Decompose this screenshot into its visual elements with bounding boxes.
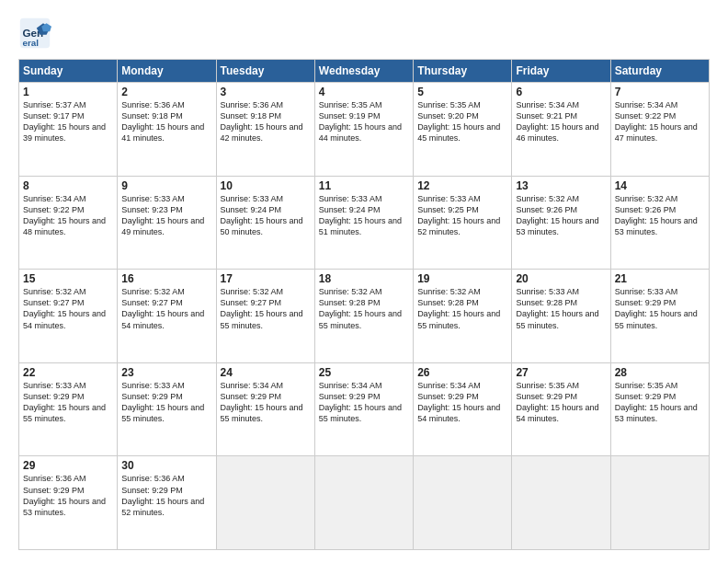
day-number: 27 (516, 366, 606, 379)
day-info: Sunrise: 5:33 AMSunset: 9:28 PMDaylight:… (516, 286, 606, 331)
calendar-day-cell (314, 456, 413, 550)
day-number: 30 (121, 459, 211, 472)
weekday-header: Thursday (414, 60, 512, 83)
day-info: Sunrise: 5:34 AMSunset: 9:21 PMDaylight:… (516, 99, 606, 144)
calendar-day-cell: 27Sunrise: 5:35 AMSunset: 9:29 PMDayligh… (512, 362, 610, 456)
day-info: Sunrise: 5:33 AMSunset: 9:24 PMDaylight:… (319, 193, 409, 238)
calendar-day-cell (610, 456, 709, 550)
calendar-day-cell: 18Sunrise: 5:32 AMSunset: 9:28 PMDayligh… (314, 270, 413, 363)
day-number: 22 (23, 366, 113, 379)
day-number: 12 (417, 179, 507, 192)
day-number: 1 (23, 86, 113, 98)
calendar-day-cell (216, 456, 314, 550)
day-info: Sunrise: 5:35 AMSunset: 9:19 PMDaylight:… (319, 99, 409, 144)
day-number: 13 (516, 179, 606, 192)
calendar-day-cell: 16Sunrise: 5:32 AMSunset: 9:27 PMDayligh… (118, 270, 216, 363)
day-number: 19 (417, 272, 507, 285)
calendar-day-cell: 5Sunrise: 5:35 AMSunset: 9:20 PMDaylight… (414, 83, 512, 177)
calendar-day-cell (512, 456, 610, 550)
day-number: 4 (319, 86, 409, 98)
weekday-header: Saturday (610, 60, 709, 83)
day-number: 5 (417, 86, 507, 98)
calendar-table: SundayMondayTuesdayWednesdayThursdayFrid… (18, 59, 710, 550)
day-info: Sunrise: 5:34 AMSunset: 9:22 PMDaylight:… (615, 99, 705, 144)
day-number: 7 (615, 86, 705, 98)
calendar-day-cell: 17Sunrise: 5:32 AMSunset: 9:27 PMDayligh… (216, 270, 314, 363)
weekday-header: Monday (118, 60, 216, 83)
logo: Gen eral (18, 17, 57, 50)
weekday-header: Sunday (19, 60, 118, 83)
day-number: 6 (516, 86, 606, 98)
day-info: Sunrise: 5:36 AMSunset: 9:29 PMDaylight:… (121, 473, 211, 518)
day-info: Sunrise: 5:32 AMSunset: 9:26 PMDaylight:… (615, 193, 705, 238)
day-info: Sunrise: 5:35 AMSunset: 9:29 PMDaylight:… (615, 380, 705, 425)
day-number: 28 (615, 366, 705, 379)
day-info: Sunrise: 5:32 AMSunset: 9:27 PMDaylight:… (121, 286, 211, 331)
calendar-day-cell: 21Sunrise: 5:33 AMSunset: 9:29 PMDayligh… (610, 270, 709, 363)
calendar-day-cell: 20Sunrise: 5:33 AMSunset: 9:28 PMDayligh… (512, 270, 610, 363)
day-number: 8 (23, 179, 113, 192)
calendar-day-cell: 13Sunrise: 5:32 AMSunset: 9:26 PMDayligh… (512, 176, 610, 270)
calendar-day-cell: 10Sunrise: 5:33 AMSunset: 9:24 PMDayligh… (216, 176, 314, 270)
day-info: Sunrise: 5:36 AMSunset: 9:29 PMDaylight:… (23, 473, 113, 518)
calendar-day-cell: 19Sunrise: 5:32 AMSunset: 9:28 PMDayligh… (414, 270, 512, 363)
day-info: Sunrise: 5:35 AMSunset: 9:29 PMDaylight:… (516, 380, 606, 425)
calendar-day-cell: 25Sunrise: 5:34 AMSunset: 9:29 PMDayligh… (314, 362, 413, 456)
day-number: 17 (221, 272, 311, 285)
header: Gen eral (18, 17, 710, 50)
calendar-day-cell: 9Sunrise: 5:33 AMSunset: 9:23 PMDaylight… (118, 176, 216, 270)
day-number: 21 (615, 272, 705, 285)
day-number: 10 (221, 179, 311, 192)
calendar-day-cell: 24Sunrise: 5:34 AMSunset: 9:29 PMDayligh… (216, 362, 314, 456)
day-number: 24 (221, 366, 311, 379)
weekday-header: Friday (512, 60, 610, 83)
calendar-day-cell: 11Sunrise: 5:33 AMSunset: 9:24 PMDayligh… (314, 176, 413, 270)
day-info: Sunrise: 5:32 AMSunset: 9:28 PMDaylight:… (417, 286, 507, 331)
day-info: Sunrise: 5:36 AMSunset: 9:18 PMDaylight:… (221, 99, 311, 144)
logo-icon: Gen eral (18, 17, 51, 50)
calendar-day-cell: 28Sunrise: 5:35 AMSunset: 9:29 PMDayligh… (610, 362, 709, 456)
calendar-day-cell: 22Sunrise: 5:33 AMSunset: 9:29 PMDayligh… (19, 362, 118, 456)
day-info: Sunrise: 5:37 AMSunset: 9:17 PMDaylight:… (23, 99, 113, 144)
day-info: Sunrise: 5:33 AMSunset: 9:24 PMDaylight:… (221, 193, 311, 238)
day-info: Sunrise: 5:32 AMSunset: 9:28 PMDaylight:… (319, 286, 409, 331)
day-info: Sunrise: 5:32 AMSunset: 9:26 PMDaylight:… (516, 193, 606, 238)
calendar-day-cell: 14Sunrise: 5:32 AMSunset: 9:26 PMDayligh… (610, 176, 709, 270)
calendar-day-cell: 4Sunrise: 5:35 AMSunset: 9:19 PMDaylight… (314, 83, 413, 177)
day-info: Sunrise: 5:34 AMSunset: 9:29 PMDaylight:… (417, 380, 507, 425)
svg-text:eral: eral (23, 38, 40, 48)
day-info: Sunrise: 5:34 AMSunset: 9:29 PMDaylight:… (319, 380, 409, 425)
day-info: Sunrise: 5:33 AMSunset: 9:29 PMDaylight:… (615, 286, 705, 331)
calendar-day-cell: 23Sunrise: 5:33 AMSunset: 9:29 PMDayligh… (118, 362, 216, 456)
calendar-day-cell: 1Sunrise: 5:37 AMSunset: 9:17 PMDaylight… (19, 83, 118, 177)
day-number: 9 (121, 179, 211, 192)
calendar-day-cell: 29Sunrise: 5:36 AMSunset: 9:29 PMDayligh… (19, 456, 118, 550)
calendar-week-row: 8Sunrise: 5:34 AMSunset: 9:22 PMDaylight… (19, 176, 710, 270)
calendar-day-cell: 7Sunrise: 5:34 AMSunset: 9:22 PMDaylight… (610, 83, 709, 177)
day-info: Sunrise: 5:33 AMSunset: 9:23 PMDaylight:… (121, 193, 211, 238)
day-number: 18 (319, 272, 409, 285)
calendar-day-cell: 12Sunrise: 5:33 AMSunset: 9:25 PMDayligh… (414, 176, 512, 270)
day-number: 3 (221, 86, 311, 98)
day-info: Sunrise: 5:36 AMSunset: 9:18 PMDaylight:… (121, 99, 211, 144)
day-info: Sunrise: 5:33 AMSunset: 9:29 PMDaylight:… (23, 380, 113, 425)
day-number: 16 (121, 272, 211, 285)
calendar-day-cell: 2Sunrise: 5:36 AMSunset: 9:18 PMDaylight… (118, 83, 216, 177)
calendar-day-cell (414, 456, 512, 550)
calendar-week-row: 1Sunrise: 5:37 AMSunset: 9:17 PMDaylight… (19, 83, 710, 177)
weekday-header: Wednesday (314, 60, 413, 83)
day-number: 20 (516, 272, 606, 285)
day-info: Sunrise: 5:33 AMSunset: 9:29 PMDaylight:… (121, 380, 211, 425)
calendar-header-row: SundayMondayTuesdayWednesdayThursdayFrid… (19, 60, 710, 83)
day-info: Sunrise: 5:32 AMSunset: 9:27 PMDaylight:… (23, 286, 113, 331)
day-number: 26 (417, 366, 507, 379)
day-info: Sunrise: 5:34 AMSunset: 9:29 PMDaylight:… (221, 380, 311, 425)
calendar-day-cell: 15Sunrise: 5:32 AMSunset: 9:27 PMDayligh… (19, 270, 118, 363)
day-number: 25 (319, 366, 409, 379)
day-number: 29 (23, 459, 113, 472)
page: Gen eral SundayMondayTuesdayWednesdayThu… (0, 0, 728, 563)
day-info: Sunrise: 5:34 AMSunset: 9:22 PMDaylight:… (23, 193, 113, 238)
day-number: 15 (23, 272, 113, 285)
calendar-week-row: 22Sunrise: 5:33 AMSunset: 9:29 PMDayligh… (19, 362, 710, 456)
day-info: Sunrise: 5:32 AMSunset: 9:27 PMDaylight:… (221, 286, 311, 331)
